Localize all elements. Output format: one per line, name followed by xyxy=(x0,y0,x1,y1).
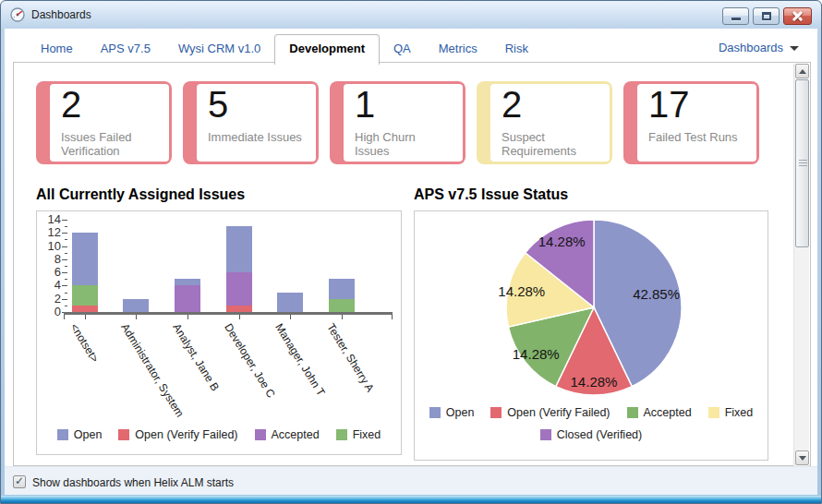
legend-swatch xyxy=(118,429,129,440)
tab-wysi-crm[interactable]: Wysi CRM v1.0 xyxy=(164,35,274,63)
card-label: Issues Failed Verification xyxy=(61,130,159,158)
x-axis-label: Developer, Joe C xyxy=(222,321,278,400)
x-axis-end-tick xyxy=(392,315,393,319)
legend-label: Open (Verify Failed) xyxy=(507,406,610,419)
y-axis-label: 14 xyxy=(39,212,61,226)
startup-checkbox-label: Show dashboards when Helix ALM starts xyxy=(32,476,234,489)
footer: ✓ Show dashboards when Helix ALM starts xyxy=(5,466,817,497)
y-axis-tick xyxy=(62,220,67,221)
y-axis-label: 6 xyxy=(39,265,61,279)
legend-item: Open xyxy=(429,406,475,419)
x-axis-label: <notset> xyxy=(67,321,102,365)
window-bottom-frame xyxy=(1,495,821,503)
card-failed-test-runs[interactable]: 17 Failed Test Runs xyxy=(623,81,759,164)
x-axis-tick xyxy=(187,315,188,319)
bar-segment xyxy=(226,306,252,312)
legend-swatch xyxy=(429,407,441,418)
card-label: Suspect Requirements xyxy=(502,130,599,158)
legend-swatch xyxy=(490,407,502,418)
tab-home[interactable]: Home xyxy=(27,35,87,63)
tabstrip: Home APS v7.5 Wysi CRM v1.0 Development … xyxy=(27,35,542,63)
scroll-thumb[interactable] xyxy=(795,79,809,247)
triangle-down-icon xyxy=(799,456,806,461)
legend-item: Open xyxy=(57,428,103,441)
legend-label: Open xyxy=(74,428,103,441)
card-label: High Churn Issues xyxy=(355,130,453,158)
y-axis-minor-tick xyxy=(65,279,67,280)
close-button[interactable] xyxy=(783,7,812,25)
scroll-grip xyxy=(799,160,807,167)
startup-checkbox[interactable]: ✓ xyxy=(13,475,26,488)
y-axis-label: 8 xyxy=(39,252,61,266)
pie-slice-label: 14.28% xyxy=(498,283,545,299)
dashboards-window: Dashboards Home APS v7.5 Wysi CRM v1.0 D… xyxy=(0,0,822,504)
legend-label: Open (Verify Failed) xyxy=(135,428,237,441)
legend-label: Fixed xyxy=(725,406,754,419)
y-axis-tick xyxy=(62,272,67,273)
caret-down-icon xyxy=(790,46,799,51)
vertical-scrollbar[interactable] xyxy=(793,64,809,466)
scroll-up-button[interactable] xyxy=(795,64,809,78)
y-axis-minor-tick xyxy=(65,253,67,254)
pie-slice-label: 14.28% xyxy=(538,233,586,248)
dashboards-dropdown-label: Dashboards xyxy=(719,41,783,54)
legend-item: Accepted xyxy=(627,406,692,419)
card-label: Failed Test Runs xyxy=(648,130,746,144)
bar-segment xyxy=(226,272,252,306)
card-immediate-issues[interactable]: 5 Immediate Issues xyxy=(183,81,319,164)
y-axis-label: 12 xyxy=(39,225,61,239)
bar-segment xyxy=(329,299,355,312)
card-high-churn-issues[interactable]: 1 High Churn Issues xyxy=(330,81,465,164)
gauge-icon xyxy=(10,7,25,22)
checkbox-check-icon: ✓ xyxy=(15,475,24,486)
pie-chart-legend-row2: Closed (Verified) xyxy=(415,428,768,441)
legend-swatch xyxy=(336,429,347,440)
card-label: Immediate Issues xyxy=(208,130,306,144)
bar-segment xyxy=(175,285,200,312)
card-value: 5 xyxy=(208,84,228,126)
scroll-down-button[interactable] xyxy=(795,450,809,465)
card-issues-failed-verification[interactable]: 2 Issues Failed Verification xyxy=(36,81,172,164)
legend-label: Closed (Verified) xyxy=(557,428,642,441)
tab-metrics[interactable]: Metrics xyxy=(425,35,491,63)
card-value: 2 xyxy=(502,84,522,126)
maximize-button[interactable] xyxy=(753,7,780,25)
y-axis-tick xyxy=(62,259,67,260)
legend-label: Open xyxy=(446,406,475,419)
legend-item: Fixed xyxy=(336,428,381,441)
y-axis-tick xyxy=(62,233,67,234)
x-axis-tick xyxy=(290,315,291,319)
window-title: Dashboards xyxy=(31,8,91,21)
y-axis-minor-tick xyxy=(65,226,67,227)
legend-label: Accepted xyxy=(272,428,320,441)
titlebar[interactable]: Dashboards xyxy=(1,1,821,29)
card-value: 1 xyxy=(355,84,375,126)
pie-chart-title: APS v7.5 Issue Status xyxy=(414,186,568,203)
x-axis-end-tick xyxy=(64,315,65,319)
x-axis-line xyxy=(64,312,393,315)
bar-segment xyxy=(329,279,355,298)
legend-item: Closed (Verified) xyxy=(540,428,642,441)
tab-aps-v75[interactable]: APS v7.5 xyxy=(87,35,164,63)
card-value: 17 xyxy=(648,84,690,126)
pie-chart-legend-row1: OpenOpen (Verify Failed)AcceptedFixed xyxy=(415,406,768,419)
x-axis-label: Analyst, Jane B xyxy=(170,321,222,393)
y-axis-label: 4 xyxy=(39,278,61,292)
pie-canvas xyxy=(415,211,769,462)
y-axis-tick xyxy=(62,285,67,286)
tab-risk[interactable]: Risk xyxy=(491,35,542,63)
minimize-button[interactable] xyxy=(722,7,749,25)
tab-qa[interactable]: QA xyxy=(380,35,425,63)
x-axis-tick xyxy=(85,315,86,319)
card-suspect-requirements[interactable]: 2 Suspect Requirements xyxy=(477,81,612,164)
bar-segment xyxy=(175,279,200,285)
bar-chart-title: All Currently Assigned Issues xyxy=(36,186,245,203)
tab-development[interactable]: Development xyxy=(274,34,380,65)
y-axis-minor-tick xyxy=(65,266,67,267)
y-axis-tick xyxy=(62,246,67,247)
dashboards-dropdown[interactable]: Dashboards xyxy=(719,41,799,54)
legend-swatch xyxy=(57,429,68,440)
legend-swatch xyxy=(627,407,638,418)
pie-chart: OpenOpen (Verify Failed)AcceptedFixed Cl… xyxy=(414,210,768,461)
legend-label: Accepted xyxy=(644,406,692,419)
